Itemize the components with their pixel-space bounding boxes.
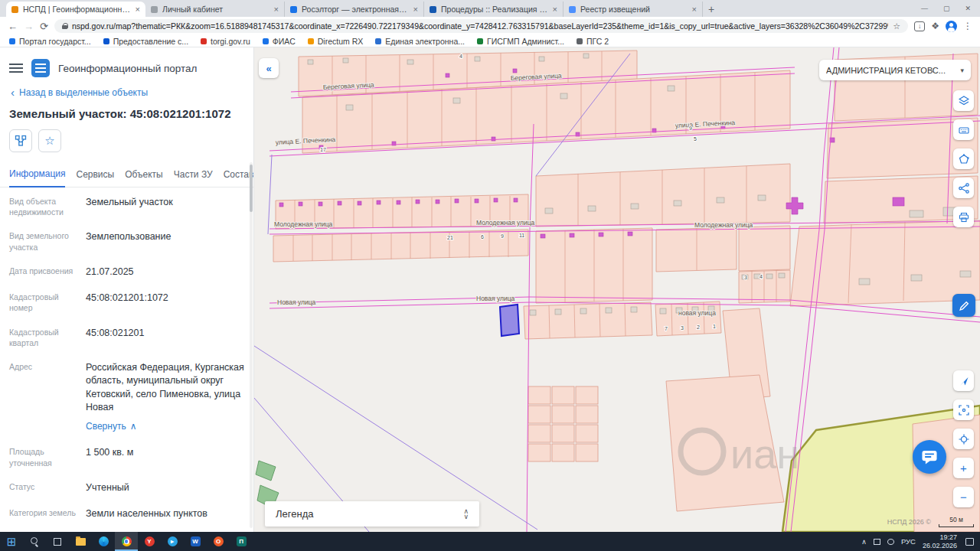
legend-toggle[interactable]: ∧∨ <box>463 509 469 520</box>
tab-parcel-parts[interactable]: Части ЗУ <box>174 163 213 187</box>
window-minimize-icon[interactable]: — <box>921 5 928 12</box>
locate-button[interactable] <box>953 429 974 449</box>
reload-button[interactable]: ⟳ <box>40 21 48 32</box>
share-button[interactable] <box>953 178 974 198</box>
browser-tab-roseltorg[interactable]: Росэлторг — электронная торг × <box>285 2 424 17</box>
layers-button[interactable] <box>953 90 974 111</box>
tab-close-icon[interactable]: × <box>274 5 279 14</box>
forward-button[interactable]: → <box>24 21 34 32</box>
chevron-up-icon: ∧ <box>130 420 137 433</box>
info-panel: Геоинформационный портал ‹ Назад в выдел… <box>0 47 254 532</box>
panel-scrollbar[interactable] <box>250 162 253 528</box>
legend-bar[interactable]: Легенда ∧∨ <box>265 501 479 527</box>
notification-center-icon[interactable] <box>965 538 974 546</box>
window-close-icon[interactable]: ✕ <box>965 5 971 12</box>
scrollbar-thumb[interactable] <box>250 165 253 212</box>
taskbar-search-button[interactable] <box>23 532 46 551</box>
new-tab-button[interactable]: + <box>703 2 720 17</box>
browser-tab-procedures[interactable]: Процедуры :: Реализация госи × <box>424 2 564 17</box>
polygon-select-button[interactable] <box>953 148 974 169</box>
tray-expand-icon[interactable]: ∧ <box>861 538 867 546</box>
bookmark-star-icon[interactable]: ☆ <box>893 21 900 31</box>
street-label: Молодежная улица <box>274 220 333 228</box>
tab-close-icon[interactable]: × <box>553 5 557 14</box>
browser-tab-nspd[interactable]: НСПД | Геоинформационный п × <box>6 2 145 17</box>
download-icon[interactable]: ↓ <box>914 21 925 31</box>
taskbar-app-generic-2[interactable]: П <box>230 532 253 551</box>
time-text: 19:27 <box>939 533 957 541</box>
tab-services[interactable]: Сервисы <box>76 163 114 187</box>
word-icon: W <box>191 536 201 546</box>
print-icon <box>959 212 969 223</box>
back-to-selected-link[interactable]: ‹ Назад в выделенные объекты <box>0 84 253 104</box>
bookmark-item[interactable]: ГИСГМП Админист... <box>477 37 564 46</box>
profile-avatar[interactable] <box>946 21 957 32</box>
field-label: Вид объекта недвижимости <box>9 196 86 217</box>
pencil-icon <box>959 300 970 311</box>
screenshot-button[interactable] <box>953 399 974 420</box>
svg-text:17: 17 <box>320 147 326 152</box>
menu-burger-icon[interactable] <box>9 64 23 65</box>
browser-menu-icon[interactable]: ⋮ <box>963 21 972 31</box>
tab-objects[interactable]: Объекты <box>125 163 163 187</box>
extensions-icon[interactable]: ❖ <box>931 21 939 31</box>
svg-text:2: 2 <box>697 324 700 330</box>
bookmark-item[interactable]: Единая электронна... <box>375 37 465 46</box>
tab-favicon <box>290 6 297 13</box>
bookmark-item[interactable]: ПГС 2 <box>577 37 609 46</box>
map-area[interactable]: иан Береговая улица Береговая улица улиц… <box>254 47 980 532</box>
edge-icon <box>99 536 109 546</box>
collapse-panel-button[interactable]: « <box>259 58 279 78</box>
draw-tool-button-active[interactable] <box>952 294 975 317</box>
start-button[interactable]: ⊞ <box>0 532 23 551</box>
bookmark-item[interactable]: Портал государст... <box>9 37 91 46</box>
window-maximize-icon[interactable]: ▢ <box>943 5 950 12</box>
region-selector[interactable]: АДМИНИСТРАЦИЯ КЕТОВС... ▾ <box>819 60 971 80</box>
svg-text:9: 9 <box>501 233 504 239</box>
favorite-button[interactable]: ☆ <box>38 129 61 152</box>
taskbar-app-edge[interactable] <box>92 532 115 551</box>
cadastral-map[interactable]: иан Береговая улица Береговая улица улиц… <box>254 47 980 532</box>
svg-text:3: 3 <box>681 325 684 331</box>
browser-tab-registry[interactable]: Реестр извещений × <box>564 2 703 17</box>
scale-line <box>939 524 974 527</box>
tab-information[interactable]: Информация <box>9 162 65 187</box>
taskbar-clock[interactable]: 19:2726.02.2026 <box>923 533 957 549</box>
browser-tab-cabinet[interactable]: Личный кабинет × <box>145 2 285 17</box>
tab-close-icon[interactable]: × <box>136 5 140 14</box>
taskbar-app-word[interactable]: W <box>184 532 207 551</box>
selected-parcel[interactable] <box>500 305 519 336</box>
print-button[interactable] <box>953 207 974 227</box>
address-bar[interactable]: nspd.gov.ru/map?thematic=РКК&zoom=16.518… <box>54 19 908 33</box>
task-view-button[interactable] <box>46 532 69 551</box>
bookmark-item[interactable]: ФИАС <box>263 37 296 46</box>
zoom-in-button[interactable]: + <box>953 458 974 478</box>
tab-close-icon[interactable]: × <box>413 5 418 14</box>
region-selector-value: АДМИНИСТРАЦИЯ КЕТОВС... <box>826 66 956 75</box>
bookmark-item[interactable]: torgi.gov.ru <box>201 37 250 46</box>
language-indicator[interactable]: РУС <box>901 537 916 546</box>
network-icon[interactable] <box>874 539 880 545</box>
bookmark-item[interactable]: Предоставление с... <box>103 37 188 46</box>
url-text[interactable]: nspd.gov.ru/map?thematic=РКК&zoom=16.518… <box>72 21 888 31</box>
taskbar-app-yandex[interactable]: Y <box>138 532 161 551</box>
bookmark-item[interactable]: Directum RX <box>308 37 364 46</box>
tab-close-icon[interactable]: × <box>692 5 697 14</box>
taskbar-app-telegram[interactable]: ▸ <box>161 532 184 551</box>
zoom-out-button[interactable]: − <box>953 487 974 507</box>
taskbar-app-generic-1[interactable]: О <box>207 532 230 551</box>
street-label: Новая улица <box>277 298 316 306</box>
bookmark-favicon <box>103 38 109 44</box>
related-objects-button[interactable] <box>9 129 32 152</box>
collapse-address-link[interactable]: Свернуть∧ <box>86 420 136 433</box>
pan-cursor-button[interactable] <box>953 370 974 391</box>
taskbar-app-explorer[interactable] <box>69 532 92 551</box>
taskbar-app-chrome[interactable] <box>115 532 138 551</box>
volume-icon[interactable] <box>887 539 894 545</box>
tab-favicon <box>151 6 158 13</box>
field-label: Адрес <box>9 361 86 434</box>
chat-button[interactable] <box>913 440 946 474</box>
scale-label: 50 м <box>949 516 963 523</box>
back-button[interactable]: ← <box>8 21 18 32</box>
measure-button[interactable] <box>953 119 974 140</box>
